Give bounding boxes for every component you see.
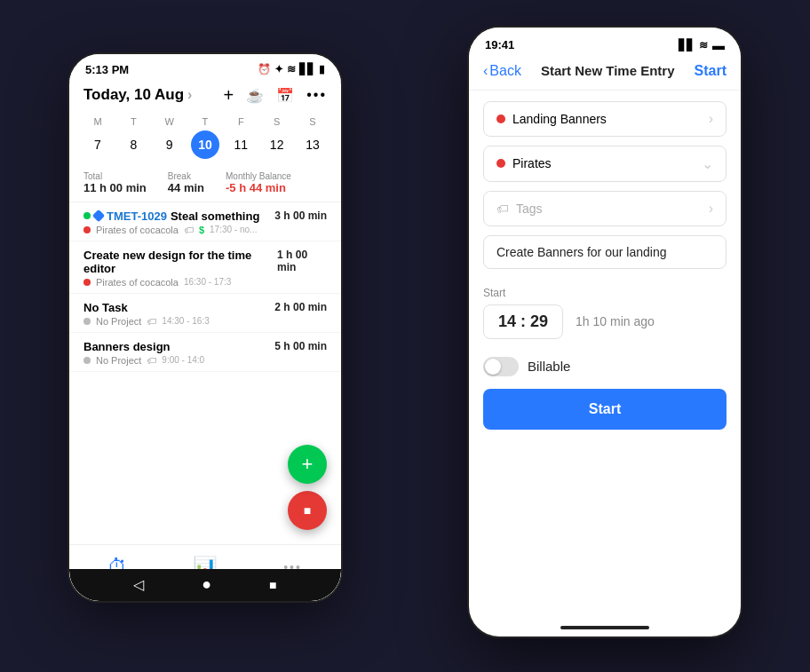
entry-2-project: Pirates of cocacola (96, 277, 179, 288)
entry-4-title: Banners design (83, 340, 171, 353)
day-8[interactable]: 8 (119, 130, 147, 159)
tag-icon: 🏷 (147, 355, 156, 366)
project-dot-icon (496, 115, 505, 123)
entry-4-sub: No Project 🏷 9:00 - 14:0 (83, 355, 327, 366)
day-13[interactable]: 13 (298, 130, 327, 159)
day-11[interactable]: 11 (226, 130, 255, 159)
day-T1: T (119, 116, 147, 127)
entry-4-project: No Project (96, 355, 141, 366)
no-project-dot-icon (83, 357, 91, 364)
time-entries-list: TMET-1029 Steal something 3 h 00 min Pir… (69, 202, 341, 372)
stop-icon: ■ (304, 503, 311, 518)
header-start-button[interactable]: Start (695, 63, 727, 79)
add-icon[interactable]: + (224, 85, 234, 106)
time-entry-3[interactable]: No Task 2 h 00 min No Project 🏷 14:30 - … (69, 294, 341, 333)
entry-3-project: No Project (96, 316, 141, 327)
time-input[interactable]: 14 : 29 (483, 304, 563, 339)
tags-chevron-icon: › (709, 201, 713, 217)
time-entry-4[interactable]: Banners design 5 h 00 min No Project 🏷 9… (69, 333, 341, 372)
entry-3-hours: 2 h 00 min (274, 301, 327, 313)
entry-4-hours: 5 h 00 min (274, 340, 327, 352)
task-row-left: Pirates (496, 156, 552, 170)
calendar-icon[interactable]: 📅 (276, 87, 294, 104)
android-nav-bar: ◁ ● ■ (69, 569, 341, 601)
signal-bars-icon: ▋▋ (679, 39, 695, 51)
plus-icon: + (302, 453, 314, 476)
today-label[interactable]: Today, 10 Aug › (83, 86, 192, 104)
entry-2-name: Create new design for the time editor (83, 249, 277, 275)
stat-break: Break 44 min (168, 171, 204, 194)
day-W: W (155, 116, 184, 127)
week-calendar: M T W T F S S 7 8 9 10 11 12 13 (69, 113, 341, 166)
week-numbers: 7 8 9 10 11 12 13 (83, 130, 327, 159)
battery-right-icon: ▬ (712, 38, 725, 52)
start-time-section: Start 14 : 29 1h 10 min ago (469, 280, 741, 350)
description-field[interactable]: Create Banners for our landing (483, 235, 727, 269)
tags-selector[interactable]: 🏷 Tags › (483, 191, 727, 226)
add-fab[interactable]: + (288, 445, 327, 484)
tag-icon: 🏷 (184, 225, 194, 235)
project-dot-icon (83, 226, 91, 233)
time-left: 5:13 PM (85, 63, 129, 76)
no-project-dot-icon (83, 318, 91, 325)
start-label: Start (483, 287, 727, 299)
entry-2-title: Create new design for the time editor (83, 249, 277, 275)
day-7[interactable]: 7 (83, 130, 112, 159)
alarm-icon: ⏰ (258, 63, 271, 75)
active-dot-icon (83, 212, 91, 219)
project-name: Landing Banners (512, 112, 607, 126)
day-M: M (83, 116, 112, 127)
battery-icon: ▮ (319, 63, 325, 75)
entry-1-hours: 3 h 00 min (274, 210, 327, 222)
tag-icon: 🏷 (496, 202, 509, 216)
chevron-right-icon: › (187, 87, 192, 103)
project-chevron-icon: › (709, 111, 713, 127)
task-link[interactable]: TMET-1029 (107, 210, 167, 223)
billable-row: Billable (469, 350, 741, 389)
start-action-button[interactable]: Start (483, 389, 727, 430)
screen-title: Start New Time Entry (541, 63, 675, 78)
day-10-today[interactable]: 10 (191, 130, 219, 159)
time-right: 19:41 (485, 38, 514, 51)
calendar-header: Today, 10 Aug › + ☕ 📅 ••• (69, 82, 341, 113)
signal-icon: ▋▋ (299, 63, 315, 75)
time-row: 14 : 29 1h 10 min ago (483, 304, 727, 339)
back-android-icon[interactable]: ◁ (133, 576, 144, 593)
billable-toggle[interactable] (483, 357, 519, 376)
entry-3-sub: No Project 🏷 14:30 - 16:3 (83, 316, 327, 327)
entry-4-time: 9:00 - 14:0 (162, 355, 204, 365)
tags-row-left: 🏷 Tags (496, 202, 543, 216)
wifi-right-icon: ≋ (699, 39, 708, 51)
home-android-icon[interactable]: ● (202, 575, 211, 594)
stat-monthly: Monthly Balance -5 h 44 min (226, 171, 291, 194)
task-selector[interactable]: Pirates ⌄ (483, 146, 727, 182)
tags-placeholder: Tags (516, 202, 543, 216)
day-12[interactable]: 12 (263, 130, 291, 159)
coffee-icon[interactable]: ☕ (246, 87, 264, 104)
entry-header: ‹ Back Start New Time Entry Start (469, 58, 741, 91)
dollar-icon: $ (199, 225, 204, 235)
entry-2-sub: Pirates of cocacola 16:30 - 17:3 (83, 277, 327, 288)
entry-3-title: No Task (83, 301, 128, 314)
stop-fab[interactable]: ■ (288, 491, 327, 530)
task-type-icon (92, 210, 105, 222)
day-9[interactable]: 9 (155, 130, 184, 159)
day-S2: S (298, 116, 327, 127)
task-name: Pirates (512, 156, 552, 170)
back-button[interactable]: ‹ Back (483, 63, 521, 79)
time-entry-1[interactable]: TMET-1029 Steal something 3 h 00 min Pir… (69, 202, 341, 241)
toggle-knob (485, 359, 501, 375)
phone-left: 5:13 PM ⏰ ✦ ≋ ▋▋ ▮ Today, 10 Aug › + ☕ 📅… (68, 52, 343, 603)
bluetooth-icon: ✦ (274, 63, 283, 75)
day-S1: S (263, 116, 291, 127)
time-entry-2[interactable]: Create new design for the time editor 1 … (69, 241, 341, 294)
tag-icon: 🏷 (147, 316, 156, 327)
form-section: Landing Banners › Pirates ⌄ 🏷 Tags › (469, 91, 741, 280)
recents-android-icon[interactable]: ■ (269, 578, 276, 592)
entry-2-time: 16:30 - 17:3 (184, 277, 231, 287)
status-bar-left: 5:13 PM ⏰ ✦ ≋ ▋▋ ▮ (69, 54, 341, 82)
more-icon[interactable]: ••• (306, 87, 327, 103)
entry-1-sub: Pirates of cocacola 🏷 $ 17:30 - no... (83, 225, 327, 235)
time-ago-label: 1h 10 min ago (576, 314, 655, 328)
project-selector[interactable]: Landing Banners › (483, 101, 727, 137)
